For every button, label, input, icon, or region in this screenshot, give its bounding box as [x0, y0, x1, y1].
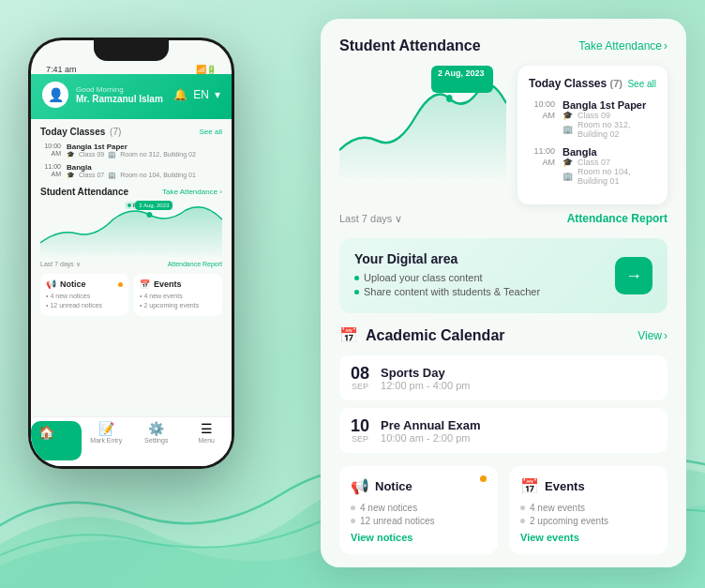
- cal-day: 10: [351, 417, 369, 434]
- attendance-section-title: Student Attendance: [339, 38, 481, 54]
- notice-unread-stat: 12 unread notices: [351, 516, 487, 526]
- phone-class-item: 11:00 AM Bangla 🎓Class 07 🏢Room no 104, …: [40, 163, 222, 179]
- bullet-icon: [354, 276, 359, 280]
- phone-events-card: 📅 Events • 4 new events • 2 upcoming eve…: [134, 274, 222, 316]
- main-chart: 2 Aug, 2023 Present: 45: [339, 66, 506, 178]
- phone-signal-icons: 📶🔋: [196, 65, 217, 74]
- svg-point-1: [446, 95, 452, 102]
- notice-label: Notice: [60, 279, 86, 289]
- main-panel: Student Attendance Take Attendance › 2 A…: [321, 19, 686, 567]
- phone-class-item: 10:00 AM Bangla 1st Paper 🎓Class 09 🏢Roo…: [40, 143, 222, 158]
- today-classes-card: Today Classes (7) See all 10:00 AM Bangl…: [518, 66, 668, 204]
- calendar-item-2: 10 SEP Pre Annual Exam 10:00 am - 2:00 p…: [339, 408, 668, 453]
- notice-stats: • 4 new notices • 12 unread notices: [46, 292, 123, 310]
- digital-area-card: Your Digital area Upload your class cont…: [339, 238, 668, 313]
- academic-section-header: 📅 Academic Calendar View ›: [339, 326, 668, 344]
- notice-dot: [480, 475, 487, 482]
- events-title: Events: [545, 479, 585, 493]
- attendance-footer: Last 7 days ∨ Attendance Report: [339, 212, 668, 225]
- view-events-link[interactable]: View events: [520, 532, 656, 543]
- cal-event-time: 12:00 pm - 4:00 pm: [381, 380, 470, 391]
- digital-area-title: Your Digital area: [354, 251, 540, 266]
- cal-month: SEP: [351, 434, 369, 444]
- digital-area-arrow-button[interactable]: →: [615, 257, 652, 294]
- class-name: Bangla: [562, 146, 656, 158]
- attendance-report-link[interactable]: Attendance Report: [168, 261, 222, 268]
- view-calendar-link[interactable]: View ›: [638, 329, 668, 342]
- last-7-days: Last 7 days ∨: [40, 261, 81, 268]
- greeting-text: Good Morning: [76, 85, 166, 94]
- header-icons: 🔔 EN ▾: [173, 88, 220, 101]
- phone-today-classes-header: Today Classes (7) See all: [40, 127, 222, 137]
- attendance-section-header: Student Attendance Take Attendance ›: [339, 38, 668, 54]
- view-notices-link[interactable]: View notices: [351, 532, 487, 543]
- notice-title: Notice: [375, 479, 412, 493]
- cal-event-time: 10:00 am - 2:00 pm: [381, 432, 480, 444]
- notice-card: 📢 Notice 4 new notices 12 unread notices…: [339, 466, 498, 554]
- lang-selector[interactable]: EN: [193, 88, 209, 101]
- events-card: 📅 Events 4 new events 2 upcoming events …: [509, 466, 668, 554]
- bullet-icon: [354, 290, 359, 294]
- attendance-report-link[interactable]: Attendance Report: [567, 212, 668, 225]
- phone-time: 7:41 am: [46, 65, 77, 74]
- attendance-container: 2 Aug, 2023 Present: 45 Today Classes (7…: [339, 66, 668, 204]
- calendar-icon: 📅: [339, 326, 358, 344]
- main-chart-tooltip: 2 Aug, 2023 Present: 45: [431, 66, 493, 93]
- present-label: Present: 45: [446, 81, 487, 89]
- last-days: Last 7 days ∨: [339, 213, 402, 225]
- nav-settings[interactable]: ⚙️ Settings: [131, 421, 182, 460]
- nav-mark-entry[interactable]: 📝 Mark Entry: [82, 421, 132, 460]
- nav-menu[interactable]: ☰ Menu: [182, 421, 232, 460]
- chevron-down-icon: ▾: [215, 88, 220, 101]
- phone-notice-card: 📢 Notice • 4 new notices • 12 unread not…: [40, 274, 128, 316]
- phone-status-bar: 7:41 am 📶🔋: [31, 61, 232, 74]
- phone-content: Today Classes (7) See all 10:00 AM Bangl…: [31, 119, 232, 416]
- events-icon: 📅: [520, 477, 539, 495]
- svg-point-0: [146, 212, 152, 218]
- events-upcoming-stat: 2 upcoming events: [520, 516, 656, 526]
- events-new-stat: 4 new events: [520, 503, 656, 513]
- phone-greeting: Good Morning Mr. Ramzanul Islam: [76, 85, 166, 104]
- notice-new-stat: 4 new notices: [351, 503, 487, 513]
- class-name: Bangla 1st Paper: [67, 143, 196, 151]
- phone-notch: [94, 40, 169, 61]
- events-label: Events: [154, 279, 182, 289]
- class-row: 10:00 AM Bangla 1st Paper 🎓Class 09 🏢Roo…: [529, 99, 656, 139]
- see-all-link[interactable]: See all: [627, 79, 656, 89]
- phone-mockup: 7:41 am 📶🔋 👤 Good Morning Mr. Ramzanul I…: [28, 38, 234, 469]
- digital-area-content: Your Digital area Upload your class cont…: [354, 251, 540, 300]
- today-card-header: Today Classes (7) See all: [529, 77, 656, 90]
- take-attendance-link[interactable]: Take Attendance ›: [578, 39, 668, 53]
- events-stats: • 4 new events • 2 upcoming events: [140, 292, 217, 310]
- cal-day: 08: [351, 365, 369, 382]
- today-classes-title: Today Classes (7): [40, 127, 121, 137]
- calendar-item-1: 08 SEP Sports Day 12:00 pm - 4:00 pm: [339, 355, 668, 400]
- digital-item-2: Share content with students & Teacher: [364, 286, 540, 297]
- digital-item-1: Upload your class content: [364, 272, 483, 283]
- notice-events-row: 📢 Notice 4 new notices 12 unread notices…: [339, 466, 668, 554]
- notice-dot: [118, 282, 123, 287]
- attendance-title: Student Attendance: [40, 187, 128, 197]
- chart-date: 2 Aug, 2023: [135, 201, 172, 210]
- see-all-link[interactable]: See all: [200, 128, 222, 136]
- class-name: Bangla 1st Paper: [562, 99, 656, 111]
- chart-date-label: 2 Aug, 2023: [438, 68, 487, 78]
- take-attendance-link[interactable]: Take Attendance ›: [162, 188, 222, 196]
- phone-chart-footer: Last 7 days ∨ Attendance Report: [40, 261, 222, 268]
- class-row: 11:00 AM Bangla 🎓Class 07 🏢Room no 104, …: [529, 146, 656, 186]
- phone-attendance-header: Student Attendance Take Attendance ›: [40, 187, 222, 197]
- phone-header: 👤 Good Morning Mr. Ramzanul Islam 🔔 EN ▾: [31, 74, 232, 119]
- chart-tooltip: 2 Aug, 2023 Present: 45: [125, 201, 165, 209]
- avatar: 👤: [42, 82, 68, 108]
- nav-home[interactable]: 🏠 Home: [31, 421, 82, 460]
- academic-calendar-title: Academic Calendar: [366, 327, 505, 344]
- notice-icon: 📢: [351, 477, 369, 495]
- cal-event-name: Pre Annual Exam: [381, 418, 480, 432]
- academic-calendar-section: 📅 Academic Calendar View › 08 SEP Sports…: [339, 326, 668, 453]
- phone-chart: 2 Aug, 2023 Present: 45: [40, 201, 222, 257]
- bell-icon[interactable]: 🔔: [173, 88, 188, 101]
- class-name: Bangla: [67, 163, 196, 172]
- cal-month: SEP: [351, 382, 369, 391]
- phone-bottom-cards: 📢 Notice • 4 new notices • 12 unread not…: [40, 274, 222, 316]
- user-name: Mr. Ramzanul Islam: [76, 94, 166, 104]
